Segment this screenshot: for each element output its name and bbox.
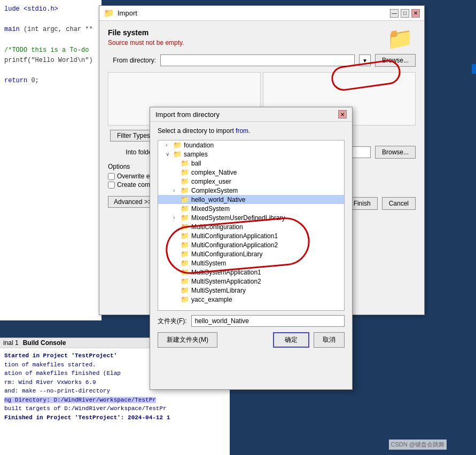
folder-icon: 📁	[181, 250, 189, 258]
filename-label: 文件夹(F):	[158, 317, 187, 326]
tree-item-label: MultiConfigurationApplication2	[191, 241, 278, 249]
tree-item-multisystem[interactable]: 📁 MultiSystem	[158, 258, 344, 268]
cancel-subdialog-button[interactable]: 取消	[314, 332, 345, 348]
tree-item-multiconfiglib[interactable]: 📁 MultiConfigurationLibrary	[158, 249, 344, 258]
dialog-icon: 📁	[104, 8, 114, 18]
tree-item-label: MixedSystemUserDefinedLibrary	[191, 214, 285, 222]
folder-icon-large: 📁	[387, 26, 413, 51]
tree-item-foundation[interactable]: › 📁 foundation	[158, 140, 344, 150]
dialog-action-buttons: Finish Cancel	[347, 197, 416, 210]
tree-item-label: MixedSystem	[191, 205, 230, 213]
tree-item-multiconfigapp1[interactable]: 📁 MultiConfigurationApplication1	[158, 231, 344, 240]
tree-arrow	[173, 287, 181, 293]
tree-arrow: ›	[173, 187, 181, 193]
code-line: /*TODO this is a To-do	[4, 45, 97, 56]
subdialog-close-button[interactable]: ✕	[338, 110, 347, 119]
tree-arrow	[173, 296, 181, 302]
cancel-button[interactable]: Cancel	[382, 197, 416, 210]
console-line: ng Directory: D:/WindRiver/workspace/Tes…	[4, 396, 225, 405]
directory-dropdown-button[interactable]: ▼	[359, 54, 371, 66]
folder-icon: 📁	[173, 141, 182, 149]
code-line: main (int argc, char **	[4, 25, 97, 35]
tree-item-complexsystem[interactable]: › 📁 ComplexSystem	[158, 186, 344, 195]
tree-item-label: MultiSystem	[191, 260, 226, 267]
console-line: built targets of D:/WindRiver/workspace/…	[4, 404, 225, 413]
tree-arrow	[173, 242, 181, 248]
tree-item-multiconfigapp2[interactable]: 📁 MultiConfigurationApplication2	[158, 240, 344, 249]
tree-item-label: MultiConfigurationLibrary	[191, 250, 262, 258]
folder-icon: 📁	[181, 295, 189, 303]
tree-item-label: ball	[191, 160, 201, 167]
subdialog-instruction-highlight: from	[236, 127, 248, 135]
overwrite-checkbox[interactable]	[108, 173, 115, 180]
folder-icon: 📁	[181, 223, 189, 231]
tree-item-hello-world-native[interactable]: 📁 hello_world_Native	[158, 195, 344, 204]
tree-item-label: samples	[184, 151, 208, 158]
tree-item-yacc-example[interactable]: 📁 yacc_example	[158, 295, 344, 304]
create-checkbox[interactable]	[108, 182, 115, 189]
folder-icon: 📁	[181, 241, 189, 249]
tree-item-multisystemapp2[interactable]: 📁 MultiSystemApplication2	[158, 277, 344, 286]
tree-item-complex-user[interactable]: 📁 complex_user	[158, 177, 344, 186]
terminal-tab[interactable]: inal 1	[3, 339, 19, 347]
create-label: Create com	[117, 181, 150, 189]
console-line: Finished in Project 'TestProject': 2024-…	[4, 413, 225, 422]
tree-item-label: MultiSystemApplication1	[191, 269, 261, 276]
new-folder-button[interactable]: 新建文件夹(M)	[158, 332, 217, 348]
tree-container[interactable]: › 📁 foundation ∨ 📁 samples 📁 ball 📁 comp…	[158, 140, 345, 311]
import-from-directory-dialog: Import from directory ✕ Select a directo…	[150, 107, 353, 390]
from-directory-row: From directory: ▼ Browse...	[108, 54, 416, 67]
tree-item-label: MultiSystemLibrary	[191, 287, 246, 294]
tree-item-ball[interactable]: 📁 ball	[158, 159, 344, 168]
folder-icon: 📁	[181, 168, 189, 176]
tree-arrow: ∨	[166, 151, 173, 157]
into-folder-label: Into folder:	[108, 148, 156, 156]
tree-item-multisystemapp1[interactable]: 📁 MultiSystemApplication1	[158, 268, 344, 277]
code-line: return 0;	[4, 76, 97, 86]
tree-arrow	[173, 160, 181, 166]
code-line	[4, 66, 97, 76]
tree-arrow: ›	[173, 215, 181, 221]
tree-arrow	[173, 224, 181, 230]
dialog-title-area: 📁 Import	[104, 8, 137, 18]
subdialog-buttons-area: 新建文件夹(M) 确定 取消	[158, 332, 345, 348]
from-directory-input[interactable]	[160, 54, 355, 66]
folder-icon: 📁	[181, 286, 189, 294]
tree-item-label: yacc_example	[191, 296, 232, 303]
tree-item-mixedsystem[interactable]: 📁 MixedSystem	[158, 204, 344, 213]
code-line	[4, 35, 97, 45]
tree-item-label: complex_Native	[191, 169, 237, 176]
subdialog-title: Import from directory	[155, 111, 220, 119]
csdn-watermark: CSDN @键盘会跳舞	[389, 440, 447, 450]
subdialog-close-icon: ✕	[340, 112, 345, 117]
browse2-button[interactable]: Browse...	[375, 146, 416, 159]
folder-icon: 📁	[181, 186, 189, 194]
tree-item-multisystemlib[interactable]: 📁 MultiSystemLibrary	[158, 286, 344, 295]
tree-item-label: MultiConfiguration	[191, 223, 243, 231]
overwrite-label: Overwrite e	[117, 172, 150, 180]
dialog-controls: — □ ✕	[390, 9, 420, 18]
tree-item-samples[interactable]: ∨ 📁 samples	[158, 150, 344, 159]
subdialog-titlebar: Import from directory ✕	[150, 107, 352, 122]
tree-arrow	[173, 169, 181, 175]
minimize-icon: —	[392, 10, 397, 16]
filename-input[interactable]	[191, 315, 345, 327]
tree-item-mixedsystem-userdefined[interactable]: › 📁 MixedSystemUserDefinedLibrary	[158, 213, 344, 222]
browse-button[interactable]: Browse...	[375, 54, 416, 67]
tree-arrow	[173, 233, 181, 239]
folder-icon: 📁	[181, 159, 189, 167]
confirm-cancel-buttons: 确定 取消	[273, 332, 345, 348]
section-title: File system	[108, 28, 416, 37]
folder-icon: 📁	[181, 259, 189, 267]
folder-icon: 📁	[181, 195, 189, 203]
close-button[interactable]: ✕	[411, 9, 420, 18]
folder-icon: 📁	[181, 177, 189, 185]
folder-icon: 📁	[181, 232, 189, 240]
confirm-button[interactable]: 确定	[273, 332, 309, 348]
minimize-button[interactable]: —	[390, 9, 399, 18]
subdialog-instruction: Select a directory to import from.	[158, 127, 345, 135]
tree-item-multiconfiguration[interactable]: 📁 MultiConfiguration	[158, 222, 344, 231]
build-console-tab[interactable]: Build Console	[23, 339, 66, 347]
maximize-button[interactable]: □	[401, 9, 409, 18]
tree-item-complex-native[interactable]: 📁 complex_Native	[158, 168, 344, 177]
